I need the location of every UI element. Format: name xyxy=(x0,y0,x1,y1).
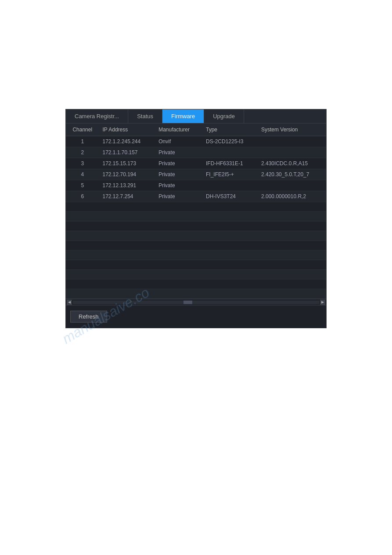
panel-footer: Refresh xyxy=(66,305,326,328)
firmware-table: Channel IP Address Manufacturer Type Sys… xyxy=(66,123,326,299)
table-row: 3 172.15.15.173 Private IFD-HF6331E-1 2.… xyxy=(66,158,326,169)
page-container: Camera Registr... Status Firmware Upgrad… xyxy=(0,0,392,555)
scroll-left-arrow[interactable]: ◀ xyxy=(67,300,72,305)
cell-manufacturer: Private xyxy=(155,191,202,202)
cell-ip: 172.1.2.245.244 xyxy=(99,136,155,147)
table-row-empty xyxy=(66,212,326,221)
scroll-thumb[interactable] xyxy=(183,301,192,304)
refresh-button[interactable]: Refresh xyxy=(70,311,107,323)
cell-ip: 172.12.70.194 xyxy=(99,169,155,180)
table-row: 1 172.1.2.245.244 Onvif DS-2CD1225-I3 xyxy=(66,136,326,147)
table-row: 6 172.12.7.254 Private DH-IVS3T24 2.000.… xyxy=(66,191,326,202)
table-area: Channel IP Address Manufacturer Type Sys… xyxy=(66,123,326,299)
tab-upgrade[interactable]: Upgrade xyxy=(204,109,244,123)
tab-camera-registr[interactable]: Camera Registr... xyxy=(66,109,128,123)
cell-manufacturer: Private xyxy=(155,147,202,158)
cell-version: 2.420.30_5.0.T,20_7 xyxy=(258,169,326,180)
cell-version: 2.000.0000010.R,2 xyxy=(258,191,326,202)
cell-type xyxy=(202,147,258,158)
table-row: 5 172.12.13.291 Private xyxy=(66,180,326,191)
cell-version xyxy=(258,136,326,147)
horizontal-scrollbar[interactable]: ◀ ▶ xyxy=(66,299,326,305)
table-row-empty xyxy=(66,270,326,279)
cell-ip: 172.1.1.70.157 xyxy=(99,147,155,158)
table-header-row: Channel IP Address Manufacturer Type Sys… xyxy=(66,123,326,136)
cell-manufacturer: Private xyxy=(155,180,202,191)
cell-manufacturer: Private xyxy=(155,169,202,180)
table-row-empty xyxy=(66,250,326,260)
cell-version xyxy=(258,147,326,158)
cell-version: 2.430ICDC.0.R,A15 xyxy=(258,158,326,169)
table-row-empty xyxy=(66,202,326,212)
cell-type xyxy=(202,180,258,191)
cell-ip: 172.12.7.254 xyxy=(99,191,155,202)
tab-status[interactable]: Status xyxy=(128,109,162,123)
main-panel: Camera Registr... Status Firmware Upgrad… xyxy=(65,109,327,328)
cell-channel: 6 xyxy=(66,191,99,202)
table-row-empty xyxy=(66,241,326,250)
cell-manufacturer: Private xyxy=(155,158,202,169)
tab-firmware[interactable]: Firmware xyxy=(162,109,204,123)
scroll-right-arrow[interactable]: ▶ xyxy=(320,300,325,305)
col-header-manufacturer: Manufacturer xyxy=(155,123,202,136)
col-header-channel: Channel xyxy=(66,123,99,136)
cell-manufacturer: Onvif xyxy=(155,136,202,147)
table-body: 1 172.1.2.245.244 Onvif DS-2CD1225-I3 2 … xyxy=(66,136,326,299)
cell-type: DH-IVS3T24 xyxy=(202,191,258,202)
cell-ip: 172.15.15.173 xyxy=(99,158,155,169)
col-header-type: Type xyxy=(202,123,258,136)
col-header-ip: IP Address xyxy=(99,123,155,136)
table-row-empty xyxy=(66,260,326,270)
cell-channel: 4 xyxy=(66,169,99,180)
cell-channel: 3 xyxy=(66,158,99,169)
scroll-track[interactable] xyxy=(73,301,319,304)
cell-type: IFD-HF6331E-1 xyxy=(202,158,258,169)
table-row-empty xyxy=(66,231,326,241)
table-row: 2 172.1.1.70.157 Private xyxy=(66,147,326,158)
tab-bar: Camera Registr... Status Firmware Upgrad… xyxy=(66,109,326,123)
cell-ip: 172.12.13.291 xyxy=(99,180,155,191)
table-row: 4 172.12.70.194 Private FI_IFE2I5-+ 2.42… xyxy=(66,169,326,180)
cell-version xyxy=(258,180,326,191)
table-row-empty xyxy=(66,279,326,289)
cell-type: FI_IFE2I5-+ xyxy=(202,169,258,180)
cell-type: DS-2CD1225-I3 xyxy=(202,136,258,147)
table-row-empty xyxy=(66,221,326,231)
cell-channel: 1 xyxy=(66,136,99,147)
col-header-version: System Version xyxy=(258,123,326,136)
cell-channel: 5 xyxy=(66,180,99,191)
table-row-empty xyxy=(66,289,326,299)
cell-channel: 2 xyxy=(66,147,99,158)
